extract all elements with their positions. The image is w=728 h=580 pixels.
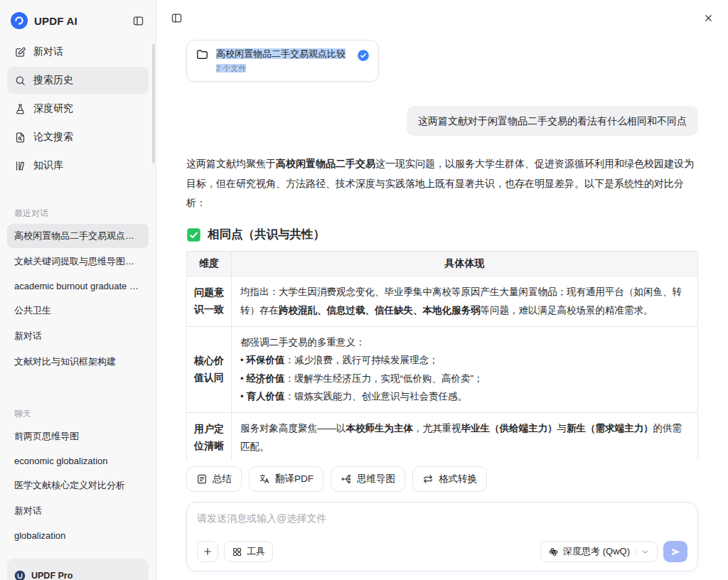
sidebar-header: UPDF AI xyxy=(7,7,149,38)
dimension-cell: 用户定位清晰 xyxy=(187,413,232,461)
search-icon xyxy=(14,75,26,87)
sidebar-nav-item[interactable]: 深度研究 xyxy=(7,95,149,122)
conversation-item[interactable]: academic burnout graduate s... xyxy=(7,275,149,297)
tools-icon xyxy=(232,547,242,557)
file-card-count-text: 2 个文件 xyxy=(216,64,246,72)
sidebar: UPDF AI 新对话 搜索历史 深度研究 论文搜索 知识库 最近对话 高校闲置… xyxy=(0,0,156,580)
send-button[interactable] xyxy=(663,541,687,562)
detail-cell: 服务对象高度聚焦——以本校师生为主体，尤其重视毕业生（供给端主力）与新生（需求端… xyxy=(232,413,698,461)
conversation-item[interactable]: 文献对比与知识框架构建 xyxy=(7,350,149,374)
deep-think-icon xyxy=(548,547,559,557)
nav-item-label: 深度研究 xyxy=(33,102,73,115)
promo-badge-icon xyxy=(14,570,26,580)
file-card[interactable]: 高校闲置物品二手交易观点比较 2 个文件 xyxy=(186,40,379,82)
action-button-label: 翻译PDF xyxy=(275,473,314,485)
model-selector[interactable]: 深度思考 (QwQ) xyxy=(540,541,658,562)
folder-icon xyxy=(196,48,209,61)
main-toolbar xyxy=(156,0,728,36)
summary-icon xyxy=(196,473,208,485)
main-panel: 高校闲置物品二手交易观点比较 2 个文件 这两篇文献对于闲置物品二手交易的看法有… xyxy=(156,0,728,580)
mindmap-icon xyxy=(341,473,352,485)
composer-right-controls: 深度思考 (QwQ) xyxy=(540,541,687,562)
paper-search-icon xyxy=(14,131,26,144)
conversation-item[interactable]: 公共卫生 xyxy=(7,299,149,323)
upgrade-banner-label: UPDF Pro xyxy=(31,571,73,580)
action-button[interactable]: 翻译PDF xyxy=(249,466,323,492)
detail-cell: 都强调二手交易的多重意义：• 环保价值：减少浪费，践行可持续发展理念；• 经济价… xyxy=(232,326,698,413)
conversation-item[interactable]: 前两页思维导图 xyxy=(7,424,149,449)
convert-icon xyxy=(422,473,434,485)
conversation-item[interactable]: 文献关键词提取与思维导图生成 xyxy=(7,249,149,274)
close-button[interactable] xyxy=(702,11,715,25)
check-badge-icon xyxy=(357,49,370,62)
dimension-cell: 问题意识一致 xyxy=(187,276,232,326)
translate-icon xyxy=(259,473,270,485)
comparison-table-head: 维度 具体体现 xyxy=(187,252,698,276)
chat-conversation-list: 前两页思维导图 economic globalization 医学文献核心定义对… xyxy=(7,424,149,547)
brand-title: UPDF AI xyxy=(34,15,77,27)
detail-cell: 均指出：大学生因消费观念变化、毕业季集中离校等原因产生大量闲置物品；现有通用平台… xyxy=(232,276,698,326)
file-card-count: 2 个文件 xyxy=(216,63,346,74)
file-card-title: 高校闲置物品二手交易观点比较 xyxy=(216,48,346,60)
composer: 工具 深度思考 (QwQ) xyxy=(186,502,698,571)
app-window: UPDF AI 新对话 搜索历史 深度研究 论文搜索 知识库 最近对话 高校闲置… xyxy=(0,0,728,580)
action-button[interactable]: 思维导图 xyxy=(331,466,405,492)
section-title: 相同点（共识与共性） xyxy=(208,227,325,242)
nav-item-label: 论文搜索 xyxy=(33,131,73,144)
sidebar-nav-item[interactable]: 知识库 xyxy=(7,152,149,179)
composer-controls: 工具 深度思考 (QwQ) xyxy=(197,541,687,562)
updf-logo-icon xyxy=(10,11,28,30)
nav-item-label: 新对话 xyxy=(33,45,63,58)
user-message-row: 这两篇文献对于闲置物品二手交易的看法有什么相同和不同点 xyxy=(186,106,698,136)
tools-label: 工具 xyxy=(247,545,265,558)
sidebar-scrollbar[interactable] xyxy=(152,44,155,163)
green-check-icon xyxy=(186,227,201,242)
knowledge-base-icon xyxy=(14,160,26,172)
conversation-item[interactable]: economic globalization xyxy=(7,450,149,472)
comparison-table-body: 问题意识一致 均指出：大学生因消费观念变化、毕业季集中离校等原因产生大量闲置物品… xyxy=(187,276,698,461)
sidebar-nav: 新对话 搜索历史 深度研究 论文搜索 知识库 xyxy=(7,38,149,179)
table-row: 核心价值认同 都强调二手交易的多重意义：• 环保价值：减少浪费，践行可持续发展理… xyxy=(187,326,698,413)
model-label: 深度思考 (QwQ) xyxy=(563,545,630,558)
sidebar-nav-item[interactable]: 搜索历史 xyxy=(7,67,149,94)
nav-item-label: 搜索历史 xyxy=(33,74,73,87)
conversation-item[interactable]: globalization xyxy=(7,525,149,547)
similarities-heading: 相同点（共识与共性） xyxy=(186,227,698,242)
sidebar-nav-item[interactable]: 新对话 xyxy=(7,38,149,65)
conversation-item[interactable]: 医学文献核心定义对比分析 xyxy=(7,473,149,498)
recent-conversation-list: 高校闲置物品二手交易观点比较 文献关键词提取与思维导图生成 academic b… xyxy=(7,224,149,374)
action-button-label: 总结 xyxy=(213,473,232,485)
composer-area: 总结 翻译PDF 思维导图 格式转换 工具 xyxy=(156,461,728,580)
action-button[interactable]: 格式转换 xyxy=(412,466,487,492)
conversation-item[interactable]: 高校闲置物品二手交易观点比较 xyxy=(7,224,149,248)
chat-scroll-area[interactable]: 高校闲置物品二手交易观点比较 2 个文件 这两篇文献对于闲置物品二手交易的看法有… xyxy=(156,36,728,461)
sidebar-nav-item[interactable]: 论文搜索 xyxy=(7,124,149,151)
table-row: 用户定位清晰 服务对象高度聚焦——以本校师生为主体，尤其重视毕业生（供给端主力）… xyxy=(187,413,698,461)
user-message: 这两篇文献对于闲置物品二手交易的看法有什么相同和不同点 xyxy=(407,106,698,136)
nav-item-label: 知识库 xyxy=(33,159,63,172)
recent-section-label: 最近对话 xyxy=(7,203,149,224)
conversation-item[interactable]: 新对话 xyxy=(7,324,149,348)
dimension-cell: 核心价值认同 xyxy=(187,326,232,413)
add-attachment-button[interactable] xyxy=(197,541,218,562)
conversation-item[interactable]: 新对话 xyxy=(7,499,149,523)
message-input[interactable] xyxy=(197,512,687,524)
action-button[interactable]: 总结 xyxy=(186,466,242,492)
tools-button[interactable]: 工具 xyxy=(224,541,273,562)
deep-research-icon xyxy=(14,103,26,115)
new-chat-icon xyxy=(14,46,26,58)
action-button-label: 思维导图 xyxy=(357,473,395,485)
toggle-sidebar-button[interactable] xyxy=(169,11,184,26)
sidebar-collapse-button[interactable] xyxy=(131,14,146,28)
file-card-title-text: 高校闲置物品二手交易观点比较 xyxy=(216,48,346,59)
file-card-meta: 高校闲置物品二手交易观点比较 2 个文件 xyxy=(216,48,346,74)
comparison-table: 维度 具体体现 问题意识一致 均指出：大学生因消费观念变化、毕业季集中离校等原因… xyxy=(186,251,698,461)
chat-content: 高校闲置物品二手交易观点比较 2 个文件 这两篇文献对于闲置物品二手交易的看法有… xyxy=(186,36,698,461)
chevron-down-icon xyxy=(636,547,650,557)
upgrade-banner[interactable]: UPDF Pro xyxy=(7,559,149,580)
chat-section-label: 聊天 xyxy=(7,404,149,424)
table-row: 问题意识一致 均指出：大学生因消费观念变化、毕业季集中离校等原因产生大量闲置物品… xyxy=(187,276,698,326)
send-icon xyxy=(670,547,681,557)
quick-actions: 总结 翻译PDF 思维导图 格式转换 xyxy=(186,466,698,492)
assistant-intro: 这两篇文献均聚焦于高校闲置物品二手交易这一现实问题，以服务大学生群体、促进资源循… xyxy=(186,154,698,213)
